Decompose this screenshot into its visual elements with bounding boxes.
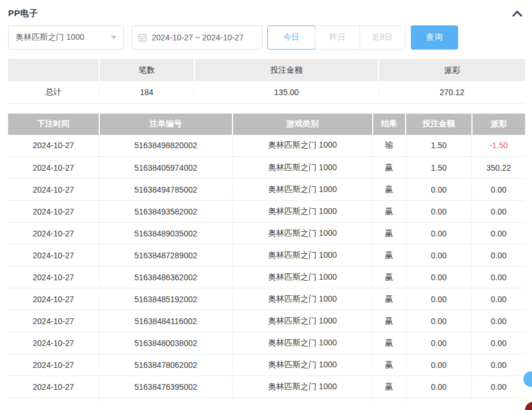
quick-filter-yesterday[interactable]: 昨日 xyxy=(315,26,359,49)
bet-row: 2024-10-2751638480038002奥林匹斯之门 1000赢0.00… xyxy=(8,332,525,354)
bet-amount-cell: 0.00 xyxy=(406,179,472,201)
bet-time-cell xyxy=(8,398,99,403)
query-button[interactable]: 查询 xyxy=(411,25,458,50)
game-name-cell: 奥林匹斯之门 1000 xyxy=(233,310,373,332)
bet-row: 2024-10-2751638493582002奥林匹斯之门 1000赢0.00… xyxy=(8,201,525,223)
total-count: 184 xyxy=(99,81,194,103)
payout-cell: 0.00 xyxy=(472,310,525,332)
game-name-cell: 奥林匹斯之门 1000 xyxy=(233,332,373,354)
calendar-icon xyxy=(138,33,147,42)
bet-amount-cell: 0.00 xyxy=(406,288,472,310)
bet-amount-cell: 0.00 xyxy=(406,332,472,354)
total-bet-amount: 135.00 xyxy=(194,81,379,103)
payout-cell: 0.00 xyxy=(472,332,525,354)
bet-time-cell: 2024-10-27 xyxy=(8,354,99,376)
bet-id-cell: 51638480038002 xyxy=(99,332,233,354)
payout-cell: 0.00 xyxy=(472,266,525,288)
bet-amount-cell: 1.50 xyxy=(406,157,472,179)
bet-amount-cell xyxy=(406,398,472,403)
result-cell: 赢 xyxy=(373,288,406,310)
bet-time-cell: 2024-10-27 xyxy=(8,179,99,201)
result-cell xyxy=(373,398,406,403)
game-name-cell: 奥林匹斯之门 1000 xyxy=(233,223,373,245)
bet-id-cell: 51638478062002 xyxy=(99,354,233,376)
bet-time-cell: 2024-10-27 xyxy=(8,223,99,245)
bet-amount-cell: 0.00 xyxy=(406,245,472,266)
game-name-cell: 奥林匹斯之门 1000 xyxy=(233,376,373,398)
summary-total-row: 总计 184 135.00 270.12 xyxy=(8,81,525,103)
game-select[interactable]: 奥林匹斯之门 1000 xyxy=(8,25,124,50)
bet-row: 2024-10-2751638494785002奥林匹斯之门 1000赢0.00… xyxy=(8,179,525,201)
game-name-cell xyxy=(233,398,373,403)
game-name-cell: 奥林匹斯之门 1000 xyxy=(233,354,373,376)
bet-id-cell: 51638487289002 xyxy=(99,245,233,266)
payout-cell xyxy=(472,398,525,403)
bet-col-id: 注单编号 xyxy=(99,114,233,135)
game-name-cell: 奥林匹斯之门 1000 xyxy=(233,288,373,310)
chevron-down-icon xyxy=(111,36,117,39)
bet-col-game: 游戏类别 xyxy=(233,114,373,135)
bet-col-time: 下注时间 xyxy=(8,114,99,135)
payout-cell: 0.00 xyxy=(472,376,525,398)
floating-button-red[interactable] xyxy=(525,402,532,410)
summary-col-bet-amount: 投注金额 xyxy=(194,59,379,81)
bet-id-cell: 51638498820002 xyxy=(99,135,233,157)
summary-header-row: 笔数 投注金额 派彩 xyxy=(8,59,525,81)
result-cell: 赢 xyxy=(373,310,406,332)
bet-row-partial xyxy=(8,398,525,403)
game-name-cell: 奥林匹斯之门 1000 xyxy=(233,201,373,223)
bet-time-cell: 2024-10-27 xyxy=(8,135,99,157)
result-cell: 赢 xyxy=(373,201,406,223)
bet-amount-cell: 0.00 xyxy=(406,201,472,223)
bet-id-cell: 51638489035002 xyxy=(99,223,233,245)
bet-row: 2024-10-2751638486362002奥林匹斯之门 1000赢0.00… xyxy=(8,266,525,288)
quick-filter-group: 今日 昨日 近8日 xyxy=(267,25,405,50)
bet-amount-cell: 0.00 xyxy=(406,310,472,332)
bet-id-cell: 51638484116002 xyxy=(99,310,233,332)
payout-cell: 0.00 xyxy=(472,245,525,266)
result-cell: 赢 xyxy=(373,266,406,288)
bet-row: 2024-10-2751638484116002奥林匹斯之门 1000赢0.00… xyxy=(8,310,525,332)
chevron-up-icon xyxy=(512,10,523,17)
panel-header: PP电子 xyxy=(8,0,525,20)
result-cell: 赢 xyxy=(373,332,406,354)
pp-games-panel: PP电子 奥林匹斯之门 1000 2024-10-27 ~ xyxy=(0,0,532,403)
bet-time-cell: 2024-10-27 xyxy=(8,310,99,332)
bet-id-cell: 51638485192002 xyxy=(99,288,233,310)
quick-filter-last8days[interactable]: 近8日 xyxy=(359,26,404,49)
result-cell: 输 xyxy=(373,135,406,157)
date-range-value: 2024-10-27 ~ 2024-10-27 xyxy=(152,33,243,42)
quick-filter-today[interactable]: 今日 xyxy=(268,26,315,49)
date-range-picker[interactable]: 2024-10-27 ~ 2024-10-27 xyxy=(132,25,263,50)
payout-cell: 0.00 xyxy=(472,201,525,223)
bet-col-result: 结果 xyxy=(373,114,406,135)
bet-id-cell xyxy=(99,398,233,403)
bet-time-cell: 2024-10-27 xyxy=(8,157,99,179)
bet-records-table: 下注时间 注单编号 游戏类别 结果 投注金额 派彩 2024-10-275163… xyxy=(8,114,525,403)
bet-amount-cell: 0.00 xyxy=(406,223,472,245)
result-cell: 赢 xyxy=(373,245,406,266)
bet-time-cell: 2024-10-27 xyxy=(8,266,99,288)
payout-cell: 0.00 xyxy=(472,354,525,376)
bet-col-bet-amount: 投注金额 xyxy=(406,114,472,135)
bet-row: 2024-10-2751638478062002奥林匹斯之门 1000赢0.00… xyxy=(8,354,525,376)
bet-time-cell: 2024-10-27 xyxy=(8,332,99,354)
bet-id-cell: 51638405974002 xyxy=(99,157,233,179)
bet-row: 2024-10-2751638405974002奥林匹斯之门 1000赢1.50… xyxy=(8,157,525,179)
game-name-cell: 奥林匹斯之门 1000 xyxy=(233,179,373,201)
total-payout: 270.12 xyxy=(379,81,525,103)
payout-cell: 0.00 xyxy=(472,179,525,201)
page-title: PP电子 xyxy=(8,8,38,19)
bet-row: 2024-10-2751638489035002奥林匹斯之门 1000赢0.00… xyxy=(8,223,525,245)
bet-amount-cell: 0.00 xyxy=(406,266,472,288)
payout-cell: 0.00 xyxy=(472,288,525,310)
bet-row: 2024-10-2751638476395002奥林匹斯之门 1000赢0.00… xyxy=(8,376,525,398)
bet-amount-cell: 0.00 xyxy=(406,376,472,398)
collapse-button[interactable] xyxy=(509,9,525,18)
bet-time-cell: 2024-10-27 xyxy=(8,245,99,266)
summary-col-payout: 派彩 xyxy=(379,59,525,81)
payout-cell: 350.22 xyxy=(472,157,525,179)
bet-time-cell: 2024-10-27 xyxy=(8,288,99,310)
summary-col-count: 笔数 xyxy=(99,59,194,81)
bet-id-cell: 51638476395002 xyxy=(99,376,233,398)
